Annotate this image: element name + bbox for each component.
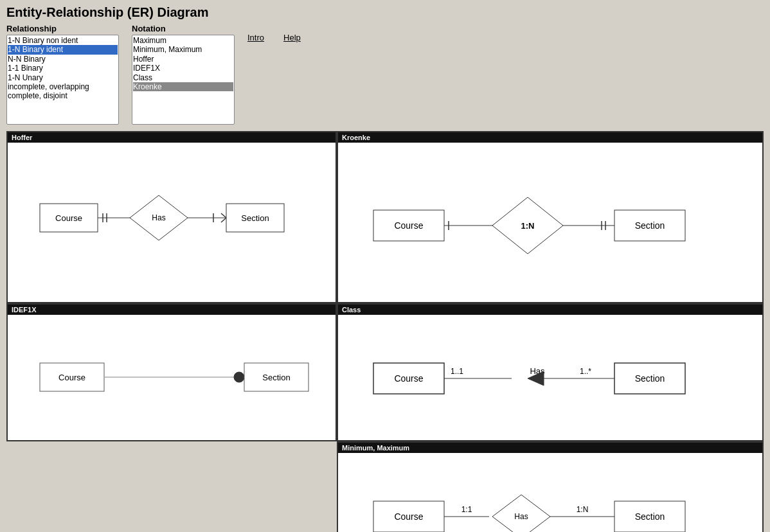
intro-link[interactable]: Intro xyxy=(247,33,264,42)
idef1x-circle xyxy=(234,372,244,382)
page: Entity-Relationship (ER) Diagram Relatio… xyxy=(0,0,770,532)
notation-group: Notation Maximum Minimum, Maximum Hoffer… xyxy=(132,24,235,125)
kroenke-diamond-label: 1:N xyxy=(521,221,535,231)
kroenke-course-label: Course xyxy=(394,220,423,231)
class-diagram: Class Course 1..1 Has xyxy=(337,303,764,441)
class-course-label: Course xyxy=(394,373,423,384)
hoffer-section-label: Section xyxy=(241,213,269,223)
hoffer-svg: Course Has xyxy=(8,143,336,303)
class-label2: 1..* xyxy=(580,367,591,376)
class-section-label: Section xyxy=(635,373,665,384)
minmax-section-label: Section xyxy=(635,511,665,522)
minmax-label1: 1:1 xyxy=(461,505,472,514)
hoffer-title: Hoffer xyxy=(8,132,336,143)
notation-label: Notation xyxy=(132,24,235,33)
idef1x-title: IDEF1X xyxy=(8,305,336,315)
relationship-select[interactable]: 1-N Binary non ident 1-N Binary ident N-… xyxy=(6,35,119,125)
idef1x-content: Course Section xyxy=(8,315,336,441)
minmax-course-label: Course xyxy=(394,511,423,522)
notation-select[interactable]: Maximum Minimum, Maximum Hoffer IDEF1X C… xyxy=(132,35,235,125)
minmax-content: Course 1:1 Has 1:N xyxy=(338,453,762,532)
hoffer-course-label: Course xyxy=(55,213,82,223)
relationship-group: Relationship 1-N Binary non ident 1-N Bi… xyxy=(6,24,119,125)
class-title: Class xyxy=(338,305,762,315)
minmax-diamond-label: Has xyxy=(514,512,528,521)
idef1x-section-label: Section xyxy=(262,373,290,382)
minmax-svg: Course 1:1 Has 1:N xyxy=(338,453,762,532)
kroenke-svg: Course 1:N xyxy=(338,143,762,303)
class-svg: Course 1..1 Has 1..* xyxy=(338,315,762,441)
hoffer-crow2 xyxy=(221,218,226,222)
hoffer-content: Course Has xyxy=(8,143,336,303)
diagrams-area: Hoffer Course Has xyxy=(6,131,764,532)
minmax-diagram: Minimum, Maximum Course 1:1 Has xyxy=(337,441,764,532)
page-title: Entity-Relationship (ER) Diagram xyxy=(6,5,764,20)
hoffer-diagram: Hoffer Course Has xyxy=(6,131,337,303)
kroenke-title: Kroenke xyxy=(338,132,762,143)
idef1x-diagram: IDEF1X Course Section xyxy=(6,303,337,441)
hoffer-diamond-label: Has xyxy=(152,213,165,222)
left-column: Hoffer Course Has xyxy=(6,131,337,532)
kroenke-section-label: Section xyxy=(635,220,665,231)
right-column: Kroenke Course 1:N xyxy=(337,131,764,532)
help-link[interactable]: Help xyxy=(283,33,301,42)
minmax-title: Minimum, Maximum xyxy=(338,443,762,453)
class-label1: 1..1 xyxy=(451,367,463,376)
class-content: Course 1..1 Has 1..* xyxy=(338,315,762,441)
kroenke-diagram: Kroenke Course 1:N xyxy=(337,131,764,303)
idef1x-course-label: Course xyxy=(58,373,85,382)
relationship-label: Relationship xyxy=(6,24,119,33)
hoffer-crow1 xyxy=(221,213,226,218)
nav-links: Intro Help xyxy=(247,33,301,42)
minmax-label2: 1:N xyxy=(577,505,589,514)
kroenke-content: Course 1:N xyxy=(338,143,762,303)
top-controls: Relationship 1-N Binary non ident 1-N Bi… xyxy=(6,24,764,125)
idef1x-svg: Course Section xyxy=(8,315,336,441)
